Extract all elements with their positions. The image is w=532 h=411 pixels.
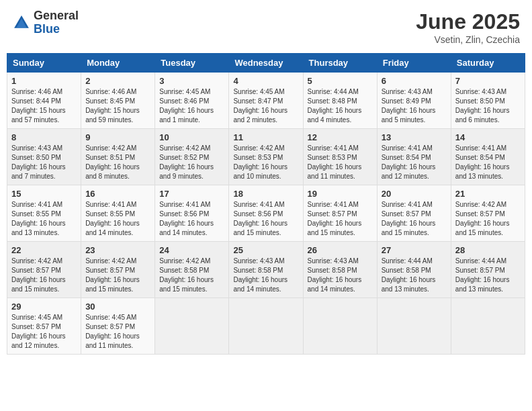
logo-icon: [12, 13, 31, 32]
table-row: 28Sunrise: 4:44 AM Sunset: 8:57 PM Dayli…: [451, 242, 525, 298]
day-number: 26: [308, 245, 373, 255]
day-number: 11: [233, 132, 298, 142]
day-number: 28: [455, 245, 521, 255]
day-info: Sunrise: 4:44 AM Sunset: 8:57 PM Dayligh…: [455, 257, 521, 294]
table-row: 26Sunrise: 4:43 AM Sunset: 8:58 PM Dayli…: [303, 242, 377, 298]
col-monday: Monday: [81, 54, 155, 73]
header: General Blue June 2025 Vsetin, Zlin, Cze…: [7, 7, 525, 48]
day-number: 17: [159, 189, 224, 199]
calendar-week-row: 1Sunrise: 4:46 AM Sunset: 8:44 PM Daylig…: [7, 73, 525, 129]
calendar-week-row: 22Sunrise: 4:42 AM Sunset: 8:57 PM Dayli…: [7, 242, 525, 298]
day-info: Sunrise: 4:41 AM Sunset: 8:54 PM Dayligh…: [455, 144, 521, 181]
day-info: Sunrise: 4:41 AM Sunset: 8:55 PM Dayligh…: [11, 200, 77, 238]
day-number: 9: [85, 132, 150, 142]
table-row: 2Sunrise: 4:46 AM Sunset: 8:45 PM Daylig…: [81, 73, 155, 129]
day-number: 12: [308, 132, 373, 142]
day-number: 13: [382, 132, 447, 142]
day-info: Sunrise: 4:45 AM Sunset: 8:46 PM Dayligh…: [159, 87, 224, 125]
table-row: [155, 298, 229, 355]
day-info: Sunrise: 4:44 AM Sunset: 8:58 PM Dayligh…: [382, 257, 447, 294]
table-row: 11Sunrise: 4:42 AM Sunset: 8:53 PM Dayli…: [229, 129, 303, 185]
table-row: [451, 298, 525, 355]
table-row: 9Sunrise: 4:42 AM Sunset: 8:51 PM Daylig…: [81, 129, 155, 185]
table-row: 25Sunrise: 4:43 AM Sunset: 8:58 PM Dayli…: [229, 242, 303, 298]
calendar-week-row: 29Sunrise: 4:45 AM Sunset: 8:57 PM Dayli…: [7, 298, 525, 355]
day-number: 5: [308, 76, 373, 86]
calendar-week-row: 8Sunrise: 4:43 AM Sunset: 8:50 PM Daylig…: [7, 129, 525, 185]
day-number: 14: [455, 132, 521, 142]
col-tuesday: Tuesday: [155, 54, 229, 73]
calendar-week-row: 15Sunrise: 4:41 AM Sunset: 8:55 PM Dayli…: [7, 185, 525, 242]
col-friday: Friday: [377, 54, 451, 73]
table-row: 29Sunrise: 4:45 AM Sunset: 8:57 PM Dayli…: [7, 298, 81, 355]
day-info: Sunrise: 4:42 AM Sunset: 8:57 PM Dayligh…: [455, 200, 521, 238]
table-row: 1Sunrise: 4:46 AM Sunset: 8:44 PM Daylig…: [7, 73, 81, 129]
logo-general-text: General: [34, 9, 79, 23]
table-row: 8Sunrise: 4:43 AM Sunset: 8:50 PM Daylig…: [7, 129, 81, 185]
table-row: 22Sunrise: 4:42 AM Sunset: 8:57 PM Dayli…: [7, 242, 81, 298]
day-info: Sunrise: 4:42 AM Sunset: 8:52 PM Dayligh…: [159, 144, 224, 181]
day-number: 7: [455, 76, 521, 86]
table-row: 6Sunrise: 4:43 AM Sunset: 8:49 PM Daylig…: [377, 73, 451, 129]
day-info: Sunrise: 4:41 AM Sunset: 8:55 PM Dayligh…: [85, 200, 150, 238]
day-number: 8: [11, 132, 77, 142]
table-row: 16Sunrise: 4:41 AM Sunset: 8:55 PM Dayli…: [81, 185, 155, 242]
col-sunday: Sunday: [7, 54, 81, 73]
logo: General Blue: [12, 9, 79, 36]
day-number: 21: [455, 189, 521, 199]
day-number: 1: [11, 76, 77, 86]
day-number: 6: [382, 76, 447, 86]
table-row: [229, 298, 303, 355]
day-info: Sunrise: 4:41 AM Sunset: 8:57 PM Dayligh…: [308, 200, 373, 238]
col-saturday: Saturday: [451, 54, 525, 73]
day-info: Sunrise: 4:43 AM Sunset: 8:58 PM Dayligh…: [233, 257, 298, 294]
table-row: 14Sunrise: 4:41 AM Sunset: 8:54 PM Dayli…: [451, 129, 525, 185]
day-number: 30: [85, 302, 150, 312]
day-info: Sunrise: 4:46 AM Sunset: 8:45 PM Dayligh…: [85, 87, 150, 125]
calendar-header-row: Sunday Monday Tuesday Wednesday Thursday…: [7, 54, 525, 73]
day-info: Sunrise: 4:41 AM Sunset: 8:56 PM Dayligh…: [159, 200, 224, 238]
table-row: 23Sunrise: 4:42 AM Sunset: 8:57 PM Dayli…: [81, 242, 155, 298]
day-info: Sunrise: 4:44 AM Sunset: 8:48 PM Dayligh…: [308, 87, 373, 125]
location-subtitle: Vsetin, Zlin, Czechia: [416, 34, 520, 45]
table-row: 13Sunrise: 4:41 AM Sunset: 8:54 PM Dayli…: [377, 129, 451, 185]
day-number: 4: [233, 76, 298, 86]
day-info: Sunrise: 4:41 AM Sunset: 8:53 PM Dayligh…: [308, 144, 373, 181]
table-row: [377, 298, 451, 355]
day-number: 20: [382, 189, 447, 199]
table-row: 12Sunrise: 4:41 AM Sunset: 8:53 PM Dayli…: [303, 129, 377, 185]
title-area: June 2025 Vsetin, Zlin, Czechia: [416, 9, 520, 45]
day-info: Sunrise: 4:42 AM Sunset: 8:58 PM Dayligh…: [159, 257, 224, 294]
day-info: Sunrise: 4:42 AM Sunset: 8:57 PM Dayligh…: [11, 257, 77, 294]
logo-text: General Blue: [34, 9, 79, 36]
col-thursday: Thursday: [303, 54, 377, 73]
day-number: 27: [382, 245, 447, 255]
table-row: 17Sunrise: 4:41 AM Sunset: 8:56 PM Dayli…: [155, 185, 229, 242]
day-number: 18: [233, 189, 298, 199]
day-info: Sunrise: 4:45 AM Sunset: 8:57 PM Dayligh…: [85, 313, 150, 351]
table-row: 3Sunrise: 4:45 AM Sunset: 8:46 PM Daylig…: [155, 73, 229, 129]
day-number: 23: [85, 245, 150, 255]
day-info: Sunrise: 4:43 AM Sunset: 8:58 PM Dayligh…: [308, 257, 373, 294]
day-number: 3: [159, 76, 224, 86]
day-info: Sunrise: 4:43 AM Sunset: 8:50 PM Dayligh…: [11, 144, 77, 181]
day-number: 15: [11, 189, 77, 199]
day-info: Sunrise: 4:41 AM Sunset: 8:56 PM Dayligh…: [233, 200, 298, 238]
logo-blue-text: Blue: [34, 23, 79, 36]
day-number: 10: [159, 132, 224, 142]
day-number: 22: [11, 245, 77, 255]
day-number: 25: [233, 245, 298, 255]
table-row: 24Sunrise: 4:42 AM Sunset: 8:58 PM Dayli…: [155, 242, 229, 298]
day-info: Sunrise: 4:42 AM Sunset: 8:57 PM Dayligh…: [85, 257, 150, 294]
day-number: 19: [308, 189, 373, 199]
table-row: [303, 298, 377, 355]
day-info: Sunrise: 4:42 AM Sunset: 8:51 PM Dayligh…: [85, 144, 150, 181]
table-row: 20Sunrise: 4:41 AM Sunset: 8:57 PM Dayli…: [377, 185, 451, 242]
calendar: Sunday Monday Tuesday Wednesday Thursday…: [7, 53, 525, 355]
table-row: 10Sunrise: 4:42 AM Sunset: 8:52 PM Dayli…: [155, 129, 229, 185]
table-row: 21Sunrise: 4:42 AM Sunset: 8:57 PM Dayli…: [451, 185, 525, 242]
table-row: 30Sunrise: 4:45 AM Sunset: 8:57 PM Dayli…: [81, 298, 155, 355]
table-row: 5Sunrise: 4:44 AM Sunset: 8:48 PM Daylig…: [303, 73, 377, 129]
table-row: 4Sunrise: 4:45 AM Sunset: 8:47 PM Daylig…: [229, 73, 303, 129]
day-info: Sunrise: 4:43 AM Sunset: 8:49 PM Dayligh…: [382, 87, 447, 125]
